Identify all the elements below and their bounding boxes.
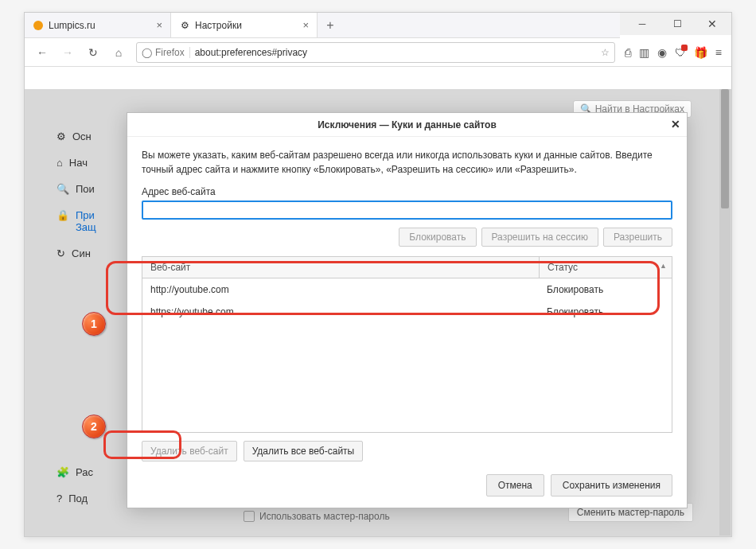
dialog-description: Вы можете указать, каким веб-сайтам разр… [142,148,672,177]
exceptions-dialog: Исключения — Куки и данные сайтов ✕ Вы м… [127,112,688,508]
new-tab-button[interactable]: + [318,13,343,37]
back-button[interactable]: ← [31,41,53,64]
settings-sidebar: ⚙Осн ⌂Нач 🔍Пои 🔒ПриЗащ ↻Син [57,130,96,259]
exceptions-table: Веб-сайт Статус▲ http://youtube.com Блок… [142,256,672,433]
search-icon: 🔍 [57,183,69,195]
website-address-input[interactable] [142,201,672,220]
checkbox[interactable] [244,511,255,522]
home-button[interactable]: ⌂ [107,41,130,64]
account-icon[interactable]: ◉ [657,46,667,59]
close-window-button[interactable]: ✕ [695,13,730,35]
reload-button[interactable]: ↻ [82,41,104,64]
browser-window: Lumpics.ru × ⚙ Настройки × + ─ ☐ ✕ ← → ↻… [24,12,732,537]
minimize-button[interactable]: ─ [625,13,660,35]
library-icon[interactable]: ⎙ [625,46,631,59]
menu-icon[interactable]: ≡ [715,46,722,59]
allow-button[interactable]: Разрешить [603,228,672,247]
home-icon: ⌂ [57,157,63,169]
column-header-status[interactable]: Статус▲ [539,257,672,278]
identity-box: ◯ Firefox [142,47,190,58]
close-dialog-button[interactable]: ✕ [671,118,680,130]
gift-icon[interactable]: 🎁 [694,46,707,59]
close-tab-icon[interactable]: × [302,19,309,31]
toolbar: ← → ↻ ⌂ ◯ Firefox ☆ ⎙ ▥ ◉ 🛡 🎁 ≡ [25,38,731,67]
sidebar-item-search[interactable]: 🔍Пои [57,183,96,195]
tab-lumpics[interactable]: Lumpics.ru × [25,13,171,37]
sidebar-item-privacy[interactable]: 🔒ПриЗащ [57,209,96,233]
allow-session-button[interactable]: Разрешить на сессию [481,228,598,247]
tab-label: Lumpics.ru [49,20,95,31]
tab-label: Настройки [195,20,242,31]
sidebar-item-home[interactable]: ⌂Нач [57,157,96,169]
shield-icon[interactable]: 🛡 [675,46,686,59]
sidebar-item-extensions[interactable]: 🧩Рас [57,466,93,478]
remove-website-button[interactable]: Удалить веб-сайт [142,441,237,461]
url-input[interactable] [195,47,596,58]
sidebar-item-help[interactable]: ?Под [57,493,93,504]
identity-label: Firefox [155,47,185,58]
table-row[interactable]: https://youtube.com Блокировать [142,301,672,323]
url-bar[interactable]: ◯ Firefox ☆ [136,42,615,63]
remove-all-websites-button[interactable]: Удалить все веб-сайты [244,441,364,461]
address-input-label: Адрес веб-сайта [142,186,672,197]
firefox-icon: ◯ [142,47,152,58]
sidebar-icon[interactable]: ▥ [639,46,649,59]
favicon-orange-icon [33,20,44,31]
background-settings-content: Использовать мастер-пароль [244,511,390,522]
annotation-badge-1: 1 [82,312,106,336]
block-button[interactable]: Блокировать [399,228,476,247]
sidebar-item-general[interactable]: ⚙Осн [57,130,96,142]
sync-icon: ↻ [57,247,65,259]
cancel-button[interactable]: Отмена [486,474,544,496]
gear-icon: ⚙ [179,20,190,31]
help-icon: ? [57,493,62,504]
maximize-button[interactable]: ☐ [660,13,695,35]
tab-settings[interactable]: ⚙ Настройки × [171,13,318,37]
dialog-header: Исключения — Куки и данные сайтов ✕ [127,113,687,137]
save-changes-button[interactable]: Сохранить изменения [551,474,672,496]
settings-sidebar-bottom: 🧩Рас ?Под [57,466,93,504]
forward-button[interactable]: → [57,41,79,64]
sidebar-item-sync[interactable]: ↻Син [57,247,96,259]
dialog-title: Исключения — Куки и данные сайтов [318,119,497,130]
puzzle-icon: 🧩 [57,466,69,478]
bookmark-star-icon[interactable]: ☆ [601,47,610,58]
sort-indicator-icon: ▲ [660,262,667,270]
lock-icon: 🔒 [57,209,69,221]
table-row[interactable]: http://youtube.com Блокировать [142,278,672,301]
gear-icon: ⚙ [57,130,66,142]
annotation-badge-2: 2 [82,415,106,438]
column-header-website[interactable]: Веб-сайт [142,257,539,278]
close-tab-icon[interactable]: × [156,19,162,31]
